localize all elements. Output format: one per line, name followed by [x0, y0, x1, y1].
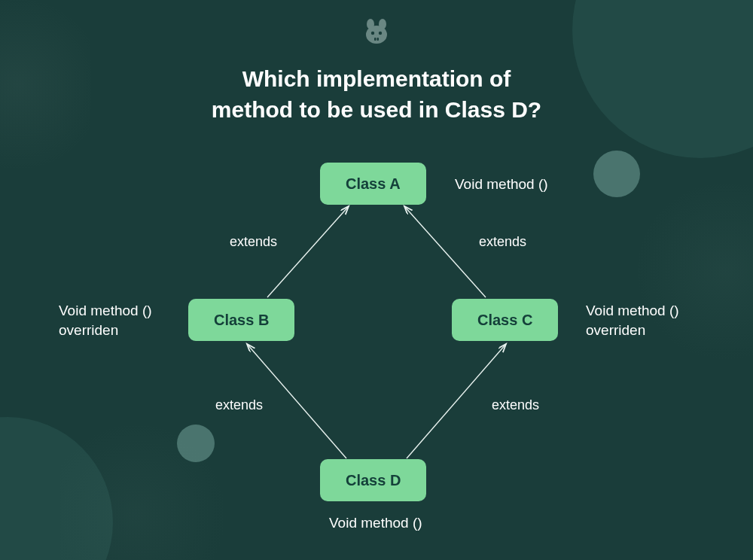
class-d-annotation: Void method () — [329, 513, 422, 533]
title-line-2: method to be used in Class D? — [212, 97, 541, 122]
svg-point-1 — [367, 19, 374, 29]
bg-circle-bottom-left — [0, 417, 113, 560]
bg-dot-right — [593, 151, 640, 197]
diagram-title: Which implementation of method to be use… — [0, 64, 753, 125]
class-b-node: Class B — [188, 299, 294, 341]
svg-line-7 — [267, 206, 349, 297]
class-c-annotation-line-2: overriden — [586, 322, 645, 338]
class-b-label: Class B — [214, 312, 269, 329]
class-c-annotation-line-1: Void method () — [586, 303, 679, 318]
beaver-logo-icon — [361, 18, 392, 48]
class-a-annotation: Void method () — [455, 175, 548, 194]
edge-b-to-a-label: extends — [230, 234, 277, 250]
class-c-annotation: Void method () overriden — [586, 301, 679, 339]
class-d-label: Class D — [346, 472, 401, 489]
edge-d-to-b-label: extends — [215, 397, 263, 413]
svg-rect-5 — [374, 38, 376, 41]
class-a-label: Class A — [346, 175, 401, 193]
svg-point-4 — [379, 32, 382, 35]
svg-point-2 — [379, 19, 386, 29]
class-c-label: Class C — [477, 312, 532, 329]
class-b-annotation-line-1: Void method () — [59, 303, 152, 318]
title-line-1: Which implementation of — [242, 66, 511, 91]
texture-right — [617, 166, 753, 376]
class-d-node: Class D — [320, 459, 426, 501]
edge-c-to-a-label: extends — [479, 234, 526, 250]
class-b-annotation-line-2: overriden — [59, 322, 118, 338]
svg-rect-6 — [377, 38, 380, 41]
class-b-annotation: Void method () overriden — [59, 301, 152, 339]
class-c-node: Class C — [452, 299, 558, 341]
svg-line-8 — [404, 206, 486, 297]
bg-dot-left — [177, 425, 215, 462]
class-a-node: Class A — [320, 163, 426, 205]
svg-point-3 — [371, 32, 374, 35]
edge-d-to-c-label: extends — [492, 397, 539, 413]
texture-bottom-left — [60, 409, 248, 560]
